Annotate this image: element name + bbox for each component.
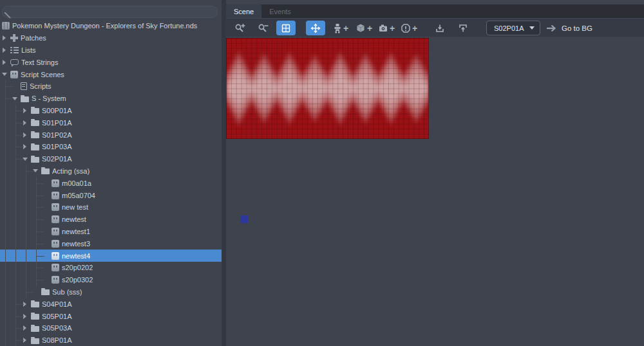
tree-item-m05a0704[interactable]: m05a0704 (0, 189, 222, 201)
tree-guide-line (2, 141, 12, 153)
scene-sprite-icon (52, 215, 59, 223)
tree-guide-line (2, 189, 12, 201)
tree-item-m00a01a[interactable]: m00a01a (0, 177, 222, 189)
add-performer-icon (378, 23, 388, 33)
tree-guide-line (23, 201, 33, 214)
tree-item-s05p03a[interactable]: S05P03A (0, 322, 222, 334)
chevron-right-icon[interactable] (2, 46, 10, 54)
add-performer-button[interactable]: + (376, 21, 397, 35)
go-to-bg-button[interactable]: Go to BG (545, 21, 592, 35)
scene-sprite-icon (52, 264, 59, 271)
grid-toggle-icon (281, 23, 291, 33)
grid-toggle-button[interactable] (276, 21, 296, 35)
move-tool-button[interactable] (306, 21, 325, 35)
tree-guide-line (12, 250, 23, 262)
tree-item-label: newtest3 (62, 240, 90, 248)
tree-guide-line (23, 165, 33, 178)
tree-guide-line (33, 237, 43, 250)
tree-item-lists[interactable]: Lists (0, 44, 222, 57)
tree-item-label: S05P01A (42, 313, 71, 320)
import-icon (458, 23, 468, 33)
export-scene-button[interactable] (431, 21, 449, 35)
tree-item-newtest3[interactable]: newtest3 (0, 237, 222, 250)
add-object-button[interactable]: + (354, 21, 374, 35)
go-to-bg-label: Go to BG (562, 24, 592, 32)
tree-guide-line (12, 129, 23, 141)
tree-guide-line (2, 274, 12, 286)
tree-item-script-scenes[interactable]: Script Scenes (0, 68, 222, 80)
scene-canvas[interactable] (226, 37, 644, 346)
scene-select-dropdown[interactable]: S02P01A (486, 21, 540, 35)
patch-icon (10, 34, 18, 42)
add-actor-button[interactable]: + (330, 21, 351, 35)
tree-guide-line (2, 226, 12, 238)
zoom-in-icon (234, 23, 246, 34)
tree-item-s-system[interactable]: S - System (0, 93, 222, 105)
chevron-right-icon[interactable] (2, 34, 10, 42)
tree-item-s02p01a[interactable]: S02P01A (0, 153, 222, 165)
tree-item-sub-sss[interactable]: Sub (sss) (0, 286, 222, 298)
tree-item-s20p0202[interactable]: s20p0202 (0, 262, 222, 274)
tree-item-s01p03a[interactable]: S01P03A (0, 141, 222, 153)
tree-guide-line (23, 274, 33, 286)
tree-guide-line (33, 189, 43, 201)
import-scene-button[interactable] (454, 21, 472, 35)
tree-guide-line (2, 177, 12, 189)
tree-item-newtest4[interactable]: newtest4 (0, 250, 222, 262)
tree-item-s05p01a[interactable]: S05P01A (0, 310, 222, 322)
tree-item-s01p02a[interactable]: S01P02A (0, 129, 222, 141)
tree-item-label: m00a01a (62, 179, 91, 187)
tree-guide-line (2, 322, 12, 334)
scene-background-image (226, 38, 429, 139)
tree-item-newtest[interactable]: newtest (0, 214, 222, 226)
tree-guide-line (2, 310, 12, 322)
tree-guide-line (23, 177, 33, 189)
chevron-down-icon (529, 26, 535, 30)
tree-item-s20p0302[interactable]: s20p0302 (0, 274, 222, 286)
chevron-down-icon[interactable] (2, 70, 10, 78)
tree-guide-line (23, 250, 33, 262)
tree-item-acting-ssa[interactable]: Acting (ssa) (0, 165, 222, 178)
zoom-in-button[interactable] (231, 21, 249, 35)
tree-item-label: Text Strings (21, 59, 58, 66)
plus-icon: + (390, 24, 395, 33)
tree-guide-line (33, 250, 43, 262)
tree-guide-line (2, 298, 12, 310)
tree-guide-line (23, 189, 33, 201)
tree-search-input[interactable] (2, 6, 218, 18)
tree-item-newtest1[interactable]: newtest1 (0, 226, 222, 238)
tree-guide-line (23, 286, 33, 298)
tree-item-s08p01a[interactable]: S08P01A (0, 334, 222, 346)
object-marker[interactable] (240, 215, 248, 223)
list-icon (10, 47, 19, 53)
tree-item-label: S08P01A (42, 336, 71, 344)
tab-scene[interactable]: Scene (226, 5, 261, 18)
export-icon (435, 23, 445, 33)
tree-item-scripts[interactable]: Scripts (0, 80, 222, 93)
tree-item-patches[interactable]: Patches (0, 32, 222, 44)
plus-icon: + (343, 24, 348, 33)
tree-item-pokemon-mystery-dungeon-explorers-of-sky-fortune-nds[interactable]: Pokemon Mystery Dungeon - Explorers of S… (0, 20, 222, 32)
scene-panel: Scene Events (226, 0, 644, 346)
tree-item-text-strings[interactable]: Text Strings (0, 56, 222, 68)
tab-events[interactable]: Events (261, 5, 299, 18)
tree-item-s00p01a[interactable]: S00P01A (0, 105, 222, 117)
panel-splitter[interactable] (222, 0, 226, 346)
tree-item-s01p01a[interactable]: S01P01A (0, 116, 222, 129)
scene-sprite-icon (52, 203, 59, 211)
folder-icon (31, 302, 39, 307)
zoom-out-button[interactable] (254, 21, 272, 35)
tree-item-label: Pokemon Mystery Dungeon - Explorers of S… (12, 22, 197, 30)
add-trigger-button[interactable]: + (399, 21, 419, 35)
tree-guide-line (23, 214, 33, 226)
tree-item-s04p01a[interactable]: S04P01A (0, 298, 222, 310)
tree-item-new-test[interactable]: new test (0, 201, 222, 214)
tree-item-label: newtest4 (62, 252, 90, 260)
tree-guide-line (12, 201, 23, 214)
chevron-right-icon[interactable] (2, 58, 10, 66)
tree-item-label: Script Scenes (21, 71, 64, 78)
folder-icon (31, 145, 39, 150)
scene-sprite-icon (52, 228, 59, 235)
folder-icon (21, 96, 29, 102)
search-icon (4, 12, 11, 19)
